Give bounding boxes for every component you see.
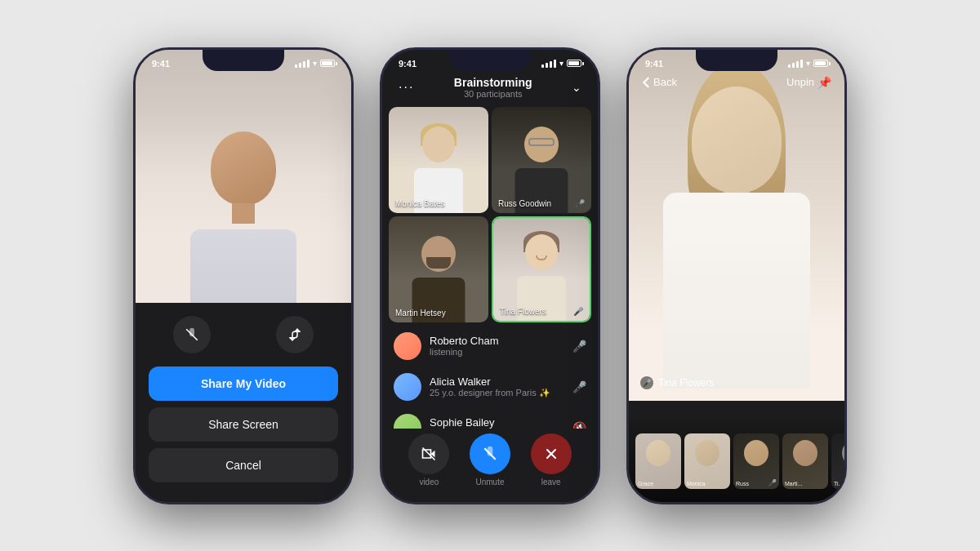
- speaker-video: [629, 50, 844, 401]
- mute-button[interactable]: [173, 316, 211, 353]
- back-label: Back: [653, 76, 677, 88]
- mic-sophie: 🔇: [572, 421, 586, 429]
- battery-icon: [320, 60, 335, 67]
- unmute-button[interactable]: [470, 433, 510, 474]
- status-bar-2: 9:41 ▾: [382, 55, 598, 73]
- status-bar-3: 9:41 ▾: [629, 55, 844, 73]
- status-alicia: 25 y.o. designer from Paris ✨: [430, 388, 564, 398]
- unpin-button[interactable]: Unpin 📌: [786, 76, 831, 89]
- wifi-icon: ▾: [313, 59, 317, 68]
- status-bar-1: 9:41 ▾: [136, 55, 351, 73]
- cell-name-russ: Russ Goodwin: [498, 199, 551, 208]
- thumb-label-marti: Marti...: [785, 481, 802, 487]
- status-roberto: listening: [430, 347, 564, 357]
- video-cell-martin[interactable]: Martin Hetsey: [389, 216, 488, 322]
- thumb-marti[interactable]: Marti...: [782, 433, 828, 489]
- name-sophie: Sophie Bailey: [430, 416, 564, 429]
- video-btn-label: video: [419, 478, 439, 487]
- speaker-name-text: Tina Flowers: [658, 377, 714, 389]
- wifi-icon-3: ▾: [806, 59, 810, 68]
- phone3-top-bar: Back Unpin 📌: [629, 73, 844, 92]
- mute-btn-label: Unmute: [475, 478, 504, 487]
- thumb-monica[interactable]: Monica: [684, 433, 730, 489]
- mic-alicia: 🎤: [572, 380, 586, 393]
- back-button[interactable]: Back: [642, 76, 677, 88]
- cell-name-monica: Monica Bates: [395, 199, 445, 208]
- participants-count: 30 participants: [414, 89, 572, 99]
- status-icons-1: ▾: [295, 59, 335, 68]
- mic-roberto: 🎤: [572, 340, 586, 353]
- call-header: ··· Brainstorming 30 participants ⌄: [382, 73, 598, 102]
- avatar-sophie: [394, 414, 421, 429]
- leave-control[interactable]: leave: [531, 433, 572, 487]
- phone-1: 9:41 ▾: [133, 47, 354, 504]
- russ-mic-icon: 🎤: [575, 199, 585, 208]
- cancel-button[interactable]: Cancel: [149, 448, 338, 482]
- status-time-2: 9:41: [399, 59, 416, 69]
- participant-sophie[interactable]: Sophie Bailey listening 🔇: [382, 407, 598, 429]
- leave-button[interactable]: [531, 433, 572, 474]
- thumb-label-monica: Monica: [687, 481, 706, 487]
- thumb-label-grace: Grace: [638, 481, 653, 487]
- tina-mic-icon: 🎤: [573, 307, 583, 316]
- signal-icon-3: [788, 60, 803, 68]
- phone2-screen: 9:41 ▾ ··· Brainstorming 30 participants: [382, 50, 598, 502]
- unpin-label: Unpin: [786, 76, 814, 88]
- pin-icon: 📌: [817, 76, 831, 89]
- video-control[interactable]: video: [408, 433, 449, 487]
- mute-control[interactable]: Unmute: [470, 433, 510, 487]
- share-video-button[interactable]: Share My Video: [149, 367, 338, 401]
- phone2-bottom-bar: video Unmute leave: [382, 429, 598, 502]
- battery-icon-3: [813, 60, 828, 67]
- signal-icon: [295, 60, 310, 68]
- video-off-button[interactable]: [408, 433, 449, 474]
- thumb-label-russ: Russ: [736, 481, 749, 487]
- video-cell-tina[interactable]: Tina Flowers 🎤: [492, 216, 591, 322]
- chevron-down-icon[interactable]: ⌄: [572, 81, 581, 94]
- thumb-russ[interactable]: Russ 🎤: [733, 433, 779, 489]
- flip-camera-button[interactable]: [276, 316, 314, 353]
- thumb-label-ti: Ti...: [834, 481, 843, 487]
- name-alicia: Alicia Walker: [430, 375, 564, 388]
- signal-icon-2: [541, 60, 556, 68]
- thumbnail-strip: Grace Monica Russ 🎤 Marti... Ti... ›: [629, 420, 844, 502]
- cell-name-martin: Martin Hetsey: [395, 309, 446, 318]
- participant-roberto[interactable]: Roberto Cham listening 🎤: [382, 326, 598, 367]
- wifi-icon-2: ▾: [559, 59, 564, 68]
- status-time-3: 9:41: [645, 59, 663, 69]
- speaker-mic-icon: 🎤: [640, 376, 653, 389]
- status-icons-2: ▾: [541, 59, 581, 68]
- phone3-screen: 9:41 ▾: [629, 50, 844, 502]
- battery-icon-2: [567, 60, 581, 67]
- menu-dots[interactable]: ···: [399, 80, 414, 95]
- thumb-grace[interactable]: Grace: [635, 433, 681, 489]
- phone-3: 9:41 ▾: [626, 47, 847, 504]
- avatar-roberto: [394, 332, 421, 360]
- main-video-area: Back Unpin 📌 🎤 Tina Flowers: [629, 50, 844, 401]
- name-roberto: Roberto Cham: [430, 335, 564, 347]
- phone1-bottom-controls: Share My Video Share Screen Cancel: [136, 303, 351, 502]
- video-cell-monica[interactable]: Monica Bates: [389, 107, 488, 213]
- cell-name-tina: Tina Flowers: [500, 307, 546, 316]
- participant-alicia[interactable]: Alicia Walker 25 y.o. designer from Pari…: [382, 367, 598, 407]
- phone1-screen: 9:41 ▾: [136, 50, 351, 502]
- speaker-name-overlay: 🎤 Tina Flowers: [640, 376, 714, 389]
- russ-thumb-mic: 🎤: [768, 479, 777, 487]
- phone1-icon-row: [149, 316, 338, 353]
- thumb-ti[interactable]: Ti...: [831, 433, 844, 489]
- avatar-alicia: [394, 373, 421, 401]
- leave-btn-label: leave: [541, 478, 561, 487]
- video-grid: Monica Bates Russ Goodwin 🎤: [389, 107, 591, 322]
- share-screen-button[interactable]: Share Screen: [149, 407, 338, 442]
- man-neck: [232, 203, 255, 224]
- call-title: Brainstorming: [414, 76, 572, 89]
- status-time-1: 9:41: [152, 59, 170, 69]
- phone-2: 9:41 ▾ ··· Brainstorming 30 participants: [380, 47, 600, 504]
- man-head: [211, 131, 276, 205]
- video-cell-russ[interactable]: Russ Goodwin 🎤: [492, 107, 591, 213]
- status-icons-3: ▾: [788, 59, 828, 68]
- participant-list: Roberto Cham listening 🎤 Alicia Walker 2…: [382, 326, 598, 429]
